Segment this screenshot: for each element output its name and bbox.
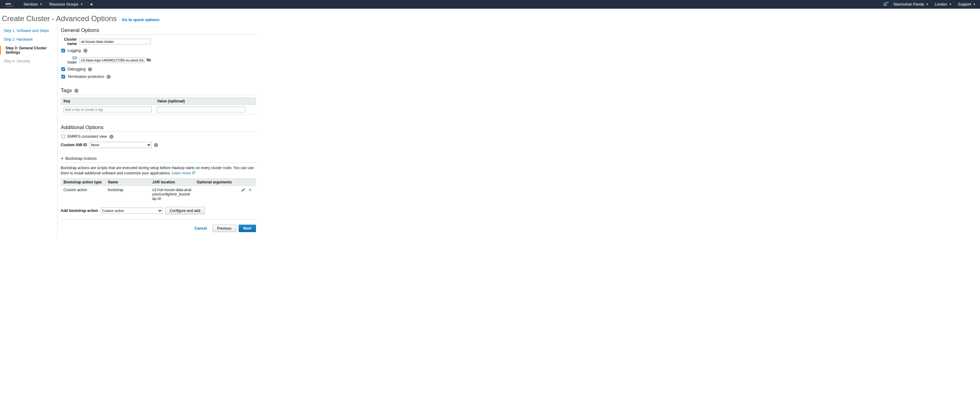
bootstrap-desc-text: Bootstrap actions are scripts that are e… xyxy=(61,166,253,175)
emrfs-label: EMRFS consistent view xyxy=(68,134,107,139)
bootstrap-col-name: Name xyxy=(105,179,150,185)
bootstrap-col-type: Bootstrap action type xyxy=(61,179,105,185)
logging-checkbox[interactable] xyxy=(61,49,65,53)
configure-and-add-button[interactable]: Configure and add xyxy=(165,207,205,214)
info-icon[interactable]: i xyxy=(110,135,113,139)
aws-logo[interactable]: aws xyxy=(4,2,15,7)
nav-support-label: Support xyxy=(958,2,971,6)
top-nav: aws Services ▼ Resource Groups ▼ ★ Manmo… xyxy=(0,0,980,9)
bootstrap-row-args xyxy=(194,185,238,203)
collapse-caret-icon: ▼ xyxy=(61,157,64,160)
nav-resource-groups-label: Resource Groups xyxy=(49,2,78,6)
nav-services[interactable]: Services ▼ xyxy=(24,2,43,6)
info-icon[interactable]: i xyxy=(154,143,158,147)
delete-icon[interactable] xyxy=(248,188,252,193)
step-2-link[interactable]: Step 2: Hardware xyxy=(4,37,53,42)
tags-table: Key Value (optional) xyxy=(61,97,256,115)
logging-label: Logging xyxy=(68,48,81,53)
additional-options-title: Additional Options xyxy=(61,123,256,132)
folder-browse-icon[interactable] xyxy=(146,58,151,63)
go-to-quick-options-link[interactable]: Go to quick options xyxy=(122,18,160,22)
notification-dot xyxy=(887,1,889,3)
caret-down-icon: ▼ xyxy=(80,3,83,6)
nav-resource-groups[interactable]: Resource Groups ▼ xyxy=(49,2,83,6)
termination-protection-checkbox[interactable] xyxy=(61,75,65,78)
add-bootstrap-label: Add bootstrap action xyxy=(61,209,98,213)
tags-section-title: Tags i xyxy=(61,86,256,95)
bootstrap-actions-title: Bootstrap Actions xyxy=(65,156,97,161)
step-1-link[interactable]: Step 1: Software and Steps xyxy=(4,29,53,33)
s3-folder-label: S3 folder xyxy=(67,56,80,64)
emrfs-consistent-view-checkbox[interactable] xyxy=(61,135,65,138)
debugging-label: Debugging xyxy=(68,67,86,71)
cluster-name-label: Cluster name xyxy=(61,37,80,46)
caret-down-icon: ▼ xyxy=(926,3,929,6)
caret-down-icon: ▼ xyxy=(40,3,43,6)
bootstrap-col-jar: JAR location xyxy=(150,179,194,185)
tag-value-input[interactable] xyxy=(157,107,245,112)
cluster-name-input[interactable] xyxy=(80,39,151,45)
nav-user-label: Manmohan Panda xyxy=(894,2,924,6)
info-icon[interactable]: i xyxy=(107,75,111,79)
add-bootstrap-select[interactable]: Custom action xyxy=(101,208,163,214)
tag-key-input[interactable] xyxy=(64,107,152,112)
add-bootstrap-row: Add bootstrap action Custom action Confi… xyxy=(61,207,256,214)
bootstrap-row-name: bootstrap xyxy=(105,185,150,203)
previous-button[interactable]: Previous xyxy=(212,225,236,232)
general-options-title: General Options xyxy=(61,26,256,35)
notifications-icon[interactable] xyxy=(883,2,887,7)
next-button[interactable]: Next xyxy=(239,225,256,232)
info-icon[interactable]: i xyxy=(88,67,92,71)
custom-ami-label: Custom AMI ID xyxy=(61,143,89,147)
bootstrap-row: Custom action bootstrap s3://uk-house-da… xyxy=(61,185,256,203)
custom-ami-select[interactable]: None xyxy=(89,142,151,148)
info-icon[interactable]: i xyxy=(75,89,78,93)
tags-col-key: Key xyxy=(61,98,155,105)
bootstrap-col-args: Optional arguments xyxy=(194,179,238,185)
main-content: General Options Cluster name Logging i S… xyxy=(58,26,256,238)
wizard-steps-sidebar: Step 1: Software and Steps Step 2: Hardw… xyxy=(0,26,58,238)
bootstrap-col-actions2 xyxy=(247,179,256,185)
bootstrap-col-actions xyxy=(239,179,247,185)
pin-icon[interactable]: ★ xyxy=(90,2,93,6)
bootstrap-actions-header[interactable]: ▼ Bootstrap Actions xyxy=(61,154,256,163)
step-4-link: Step 4: Security xyxy=(4,59,53,63)
nav-services-label: Services xyxy=(24,2,38,6)
edit-icon[interactable] xyxy=(241,188,245,193)
tags-col-actions xyxy=(248,98,256,105)
external-link-icon xyxy=(192,171,195,175)
info-icon[interactable]: i xyxy=(83,49,88,53)
debugging-checkbox[interactable] xyxy=(61,67,65,71)
s3-folder-input[interactable] xyxy=(80,57,145,63)
page-header: Create Cluster - Advanced Options Go to … xyxy=(0,9,980,26)
tags-title-text: Tags xyxy=(61,88,72,94)
caret-down-icon: ▼ xyxy=(949,3,952,6)
nav-support[interactable]: Support ▼ xyxy=(958,2,976,6)
nav-region-label: London xyxy=(935,2,947,6)
bootstrap-actions-table: Bootstrap action type Name JAR location … xyxy=(61,179,256,203)
caret-down-icon: ▼ xyxy=(973,3,976,6)
svg-text:aws: aws xyxy=(6,2,11,5)
learn-more-link[interactable]: Learn more xyxy=(172,171,191,175)
step-3-link[interactable]: Step 3: General Cluster Settings xyxy=(4,46,53,54)
bootstrap-description: Bootstrap actions are scripts that are e… xyxy=(61,163,256,179)
page-title: Create Cluster - Advanced Options xyxy=(2,14,117,23)
tags-col-value: Value (optional) xyxy=(154,98,248,105)
cancel-button[interactable]: Cancel xyxy=(191,225,210,232)
bootstrap-row-jar: s3://uk-house-data-analysis/config/emr_b… xyxy=(150,185,194,203)
nav-region[interactable]: London ▼ xyxy=(935,2,952,6)
nav-user[interactable]: Manmohan Panda ▼ xyxy=(894,2,929,6)
wizard-button-bar: Cancel Previous Next xyxy=(61,219,256,232)
termination-protection-label: Termination protection xyxy=(68,75,104,79)
bootstrap-row-type: Custom action xyxy=(61,185,105,203)
